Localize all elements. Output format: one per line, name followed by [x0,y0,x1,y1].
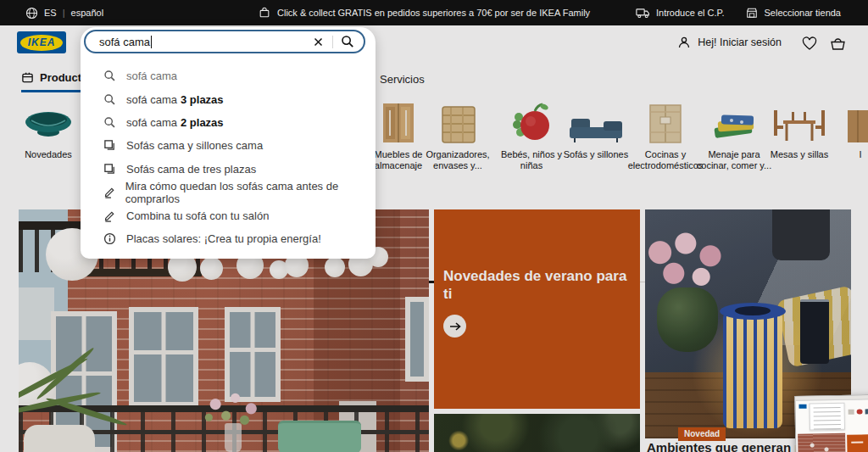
suggestion-item[interactable]: Placas solares: ¡Crea tu propia energía! [81,227,376,250]
clear-search-icon[interactable] [309,32,327,51]
category-organizadores[interactable]: Organizadores, envases y... [417,100,498,171]
search-icon [103,116,118,129]
storage-basket-image [417,100,498,144]
preview-mini-category [865,409,868,414]
photo-drink-glass [800,299,829,364]
search-suggestions: sofá cama sofá cama3 plazas sofá cama2 p… [81,64,376,250]
ikea-homepage: ES | español Click & collect GRATIS en p… [0,0,868,452]
search-input[interactable]: sofá cama [84,30,365,53]
arrow-right-button[interactable] [443,315,466,338]
photo-window [225,307,281,402]
photo-window [129,307,198,407]
login-button[interactable]: Hej! Iniciar sesión [677,36,782,49]
products-box-icon [21,71,34,84]
topbar-separator: | [63,8,65,18]
photo-cage-lantern [723,311,782,428]
photo-plant-pot [772,209,830,260]
photo-green-bench [278,421,361,452]
paper-lantern [200,257,223,280]
delivery-truck-icon [636,8,650,19]
preview-mini-category [849,410,854,415]
shopping-basket-icon[interactable] [830,36,846,51]
store-icon [746,7,758,19]
suggestion-item[interactable]: Mira cómo quedan los sofás cama antes de… [81,181,376,204]
photo-window [405,297,429,382]
info-icon [103,232,118,245]
nav-active-underline [21,90,86,92]
search-input-value: sofá cama [99,36,150,48]
ikea-logo-text: IKEA [28,36,56,48]
preview-mini-logo [798,405,806,409]
photo-sky-building [19,287,54,340]
preview-mini-category [857,409,863,414]
click-collect-icon [259,7,270,19]
pages-icon [103,163,118,176]
category-novedades[interactable]: Novedades [10,100,86,160]
hero-garden-photo[interactable] [434,414,640,452]
pages-icon [103,139,118,152]
suggestion-item[interactable]: Sofás cama de tres plazas [81,158,376,181]
ikea-logo-oval: IKEA [20,35,63,51]
select-store-label: Seleccionar tienda [764,8,841,18]
lantern-top-hole [735,306,771,315]
preview-mini-dropdown [809,403,845,431]
favorites-heart-icon[interactable] [802,36,817,51]
postal-code-label: Introduce el C.P. [656,8,725,18]
text-cursor [151,36,152,48]
suggestion-item[interactable]: Combina tu sofá con tu salón [81,204,376,226]
suggestion-item[interactable]: sofá cama2 plazas [81,111,376,134]
category-label: Organizadores, envases y... [417,149,498,171]
pencil-icon [103,209,118,222]
paper-lantern [325,257,345,277]
language-code[interactable]: ES [44,8,57,18]
preview-mini-photo [798,433,846,452]
novedad-badge: Novedad [678,427,726,441]
preview-mini-orange-tile [847,434,868,452]
summer-news-title: Novedades de verano para ti [443,267,630,303]
globe-icon [25,7,38,20]
search-icon [103,93,118,106]
teal-bowl-image [10,100,86,144]
person-icon [677,36,691,49]
floating-preview-window[interactable] [794,394,868,452]
suggestion-item[interactable]: Sofás cama y sillones cama [81,134,376,157]
partial-category-image [826,100,868,144]
postal-code-button[interactable]: Introduce el C.P. [636,8,725,19]
ikea-logo[interactable]: IKEA [17,31,66,53]
utility-topbar: ES | español Click & collect GRATIS en p… [0,0,868,25]
preview-titlebar [795,395,868,401]
language-name[interactable]: español [71,8,104,18]
category-partial[interactable]: I [826,100,868,160]
promo-banner[interactable]: Click & collect GRATIS en pedidos superi… [259,7,590,19]
summer-news-tile[interactable]: Novedades de verano para ti [434,209,640,409]
select-store-button[interactable]: Seleccionar tienda [746,7,841,19]
pill-divider [332,36,333,48]
login-label: Hej! Iniciar sesión [698,36,782,48]
category-label: Novedades [10,149,86,160]
search-icon [103,70,118,82]
promo-text: Click & collect GRATIS en pedidos superi… [277,8,590,18]
photo-white-table [24,425,95,452]
category-label: I [826,149,868,160]
search-submit-icon[interactable] [338,32,357,51]
photo-glass-vase [225,423,242,452]
suggestion-item[interactable]: sofá cama3 plazas [81,87,376,110]
nav-tab-servicios[interactable]: Servicios [380,73,425,86]
photo-green-vase [657,287,718,352]
pencil-icon [103,186,117,198]
suggestion-item[interactable]: sofá cama [81,64,376,87]
